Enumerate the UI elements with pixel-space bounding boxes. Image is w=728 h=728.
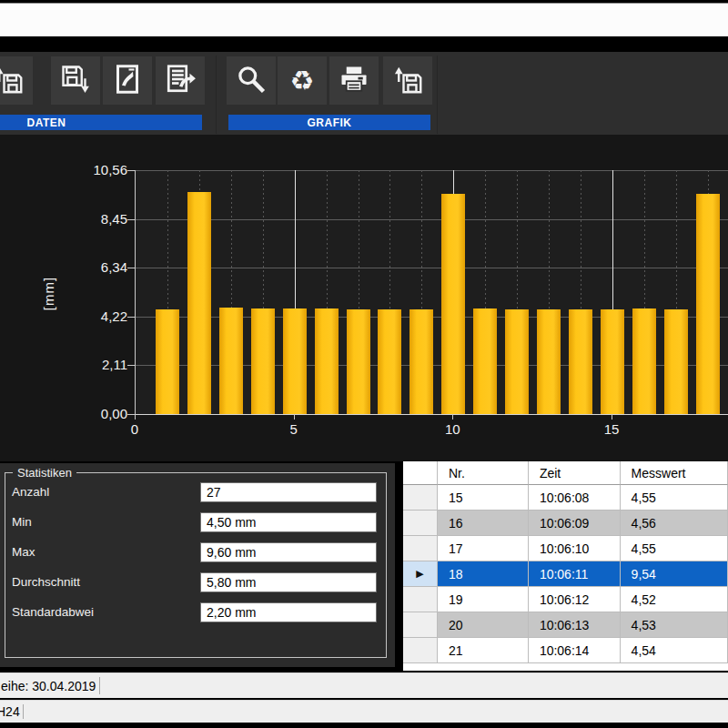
stat-label-min: Min bbox=[12, 515, 32, 529]
y-tick-mark bbox=[127, 268, 135, 268]
measurement-bar bbox=[283, 308, 307, 414]
stat-label-anzahl: Anzahl bbox=[12, 485, 49, 499]
document-export-icon bbox=[164, 63, 197, 99]
stat-value-min-input[interactable]: 4,50 mm bbox=[200, 512, 377, 532]
cell-messwert: 4,52 bbox=[621, 587, 728, 612]
measurement-bar bbox=[315, 308, 339, 414]
cell-nr: 21 bbox=[438, 638, 529, 663]
cell-nr: 16 bbox=[438, 511, 529, 536]
statistics-panel: Statistiken Anzahl27Min4,50 mmMax9,60 mm… bbox=[0, 463, 395, 667]
x-tick-mark bbox=[135, 414, 136, 420]
row-selector-cell[interactable] bbox=[403, 612, 438, 638]
measurement-bar bbox=[632, 308, 656, 414]
refresh-graphic-button[interactable]: ♻ bbox=[278, 56, 327, 105]
measurement-table: Nr. Zeit Messwert 1510:06:084,551610:06:… bbox=[403, 461, 728, 671]
save-graphic-button[interactable] bbox=[383, 56, 432, 105]
save-data-button[interactable] bbox=[51, 56, 100, 105]
stat-label-standardabwei: Standardabwei bbox=[12, 605, 94, 619]
top-window-strip bbox=[0, 3, 728, 36]
measurement-bar bbox=[219, 308, 243, 414]
printer-icon bbox=[338, 63, 370, 99]
measurement-bar bbox=[505, 309, 529, 414]
x-tick-mark bbox=[294, 414, 295, 420]
status-device-id: H24 bbox=[0, 704, 20, 719]
gridline-horizontal bbox=[136, 170, 728, 171]
load-data-button[interactable] bbox=[0, 56, 33, 105]
measurement-bar bbox=[410, 309, 433, 414]
x-tick-label: 0 bbox=[115, 421, 155, 437]
row-selector-cell[interactable]: ▶ bbox=[403, 561, 438, 587]
row-selector-cell[interactable] bbox=[403, 587, 438, 612]
stat-label-max: Max bbox=[12, 545, 35, 559]
y-tick-mark bbox=[127, 317, 135, 318]
y-axis-title: [mm] bbox=[41, 265, 56, 323]
chart-area: [mm] 10,568,456,344,222,110,00051015 bbox=[0, 135, 728, 461]
floppy-arrow-up-icon bbox=[0, 63, 25, 99]
stat-value-standardabwei-input[interactable]: 2,20 mm bbox=[200, 602, 377, 622]
row-selector-cell[interactable] bbox=[403, 485, 438, 511]
cell-nr: 15 bbox=[438, 485, 529, 511]
stat-value-durchschnitt-input[interactable]: 5,80 mm bbox=[200, 572, 377, 592]
table-header-messwert: Messwert bbox=[621, 461, 728, 485]
cell-zeit: 10:06:13 bbox=[529, 612, 621, 638]
y-tick-label: 6,34 bbox=[71, 259, 127, 275]
cell-zeit: 10:06:11 bbox=[529, 561, 621, 587]
x-tick-label: 10 bbox=[432, 421, 472, 437]
table-row[interactable]: 1910:06:124,52 bbox=[403, 587, 728, 612]
row-selector-cell[interactable] bbox=[403, 536, 438, 561]
measurement-bar bbox=[347, 309, 370, 414]
ribbon-group-label-daten: DATEN bbox=[0, 115, 202, 130]
y-tick-label: 10,56 bbox=[71, 162, 127, 177]
status-bar-device: H24 bbox=[0, 700, 728, 723]
table-header-row: Nr. Zeit Messwert bbox=[403, 461, 728, 485]
gridline-horizontal bbox=[136, 268, 728, 268]
magnifier-icon bbox=[235, 63, 268, 99]
table-header-zeit: Zeit bbox=[529, 461, 621, 485]
row-selector-cell[interactable] bbox=[403, 638, 438, 663]
stat-value-max-input[interactable]: 9,60 mm bbox=[200, 542, 377, 562]
status-separator bbox=[99, 677, 100, 694]
print-graphic-button[interactable] bbox=[329, 56, 379, 105]
floppy-arrow-up-icon bbox=[391, 63, 424, 99]
floppy-arrow-down-icon bbox=[59, 63, 92, 99]
table-row[interactable]: 2110:06:144,54 bbox=[403, 638, 728, 663]
cell-messwert: 9,54 bbox=[621, 561, 728, 587]
export-report-button[interactable] bbox=[156, 56, 205, 105]
selected-row-marker-icon: ▶ bbox=[416, 568, 423, 580]
y-tick-label: 0,00 bbox=[71, 406, 127, 421]
toolbar-group-divider bbox=[216, 56, 217, 134]
measurement-bar bbox=[696, 194, 720, 414]
x-tick-mark bbox=[612, 414, 612, 420]
table-row[interactable]: 2010:06:134,53 bbox=[403, 612, 728, 638]
stat-value-anzahl-input[interactable]: 27 bbox=[200, 482, 377, 502]
status-series-date: eihe: 30.04.2019 bbox=[1, 679, 96, 693]
process-document-button[interactable] bbox=[103, 56, 152, 105]
table-row[interactable]: 1510:06:084,55 bbox=[403, 485, 728, 511]
table-row[interactable]: ▶1810:06:119,54 bbox=[403, 561, 728, 587]
measurement-bar bbox=[187, 192, 211, 414]
table-header-selector bbox=[403, 461, 438, 485]
table-row[interactable]: 1610:06:094,56 bbox=[403, 511, 728, 536]
cell-messwert: 4,53 bbox=[621, 612, 728, 638]
stat-label-durchschnitt: Durchschnitt bbox=[12, 575, 80, 589]
y-tick-mark bbox=[127, 414, 135, 415]
cell-messwert: 4,55 bbox=[621, 536, 728, 561]
cell-nr: 20 bbox=[438, 612, 529, 638]
measurement-bar bbox=[251, 308, 275, 414]
cell-nr: 19 bbox=[438, 587, 529, 612]
measurement-bar bbox=[156, 309, 179, 414]
ribbon-group-label-grafik: GRAFIK bbox=[228, 115, 430, 130]
y-tick-mark bbox=[127, 365, 135, 366]
measurement-bar bbox=[569, 309, 592, 414]
x-tick-label: 5 bbox=[274, 421, 314, 437]
cell-zeit: 10:06:14 bbox=[529, 638, 621, 663]
document-tool-icon bbox=[111, 63, 144, 99]
table-row[interactable]: 1710:06:104,55 bbox=[403, 536, 728, 561]
bar-chart-plot bbox=[135, 170, 728, 415]
table-header-nr: Nr. bbox=[438, 461, 529, 485]
row-selector-cell[interactable] bbox=[403, 511, 438, 536]
zoom-graphic-button[interactable] bbox=[227, 56, 276, 105]
y-tick-label: 4,22 bbox=[71, 308, 127, 324]
measurement-bar bbox=[537, 309, 561, 414]
measurement-bar bbox=[601, 309, 624, 414]
